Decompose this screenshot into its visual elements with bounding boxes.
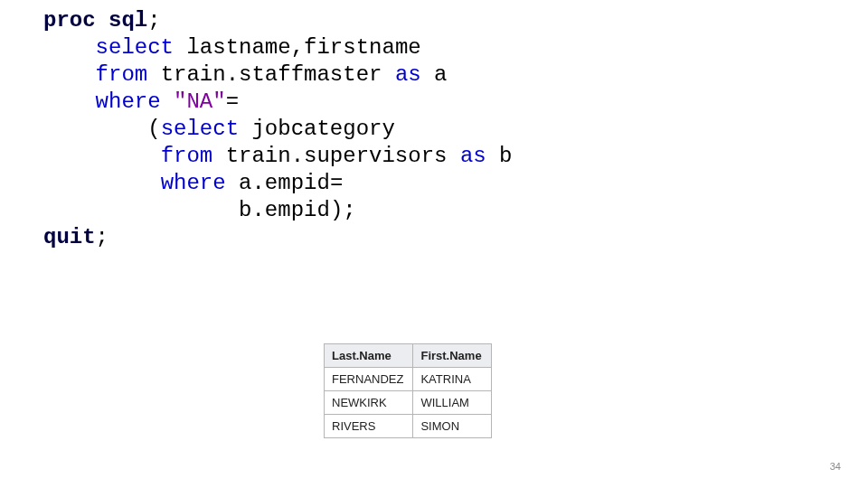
table-staffmaster: train.staffmaster (161, 62, 382, 87)
results-table: Last.Name First.Name FERNANDEZ KATRINA N… (324, 343, 492, 438)
kw-as: as (395, 62, 421, 87)
sas-code-block: proc sql; select lastname,firstname from… (43, 7, 513, 251)
kw-as-sub: as (460, 144, 486, 168)
alias-b: b (499, 144, 512, 168)
cell-lastname: RIVERS (325, 415, 413, 438)
kw-where-sub: where (161, 171, 226, 195)
cell-firstname: WILLIAM (413, 391, 491, 415)
kw-select-sub: select (161, 117, 239, 141)
equals: = (226, 89, 239, 114)
semicolon: ; (147, 8, 160, 33)
table-header-row: Last.Name First.Name (325, 344, 492, 368)
col-jobcategory: jobcategory (251, 117, 394, 141)
cell-firstname: KATRINA (413, 368, 491, 391)
lparen: ( (147, 117, 160, 141)
kw-select: select (96, 35, 174, 60)
kw-quit: quit (43, 225, 96, 249)
kw-where: where (96, 89, 161, 114)
col-header-lastname: Last.Name (325, 344, 413, 368)
kw-from-sub: from (161, 144, 213, 168)
equals-sub: = (330, 171, 343, 195)
cell-lastname: FERNANDEZ (325, 368, 413, 391)
semicolon-quit: ; (96, 225, 108, 249)
table-row: RIVERS SIMON (325, 415, 492, 438)
table-row: FERNANDEZ KATRINA (325, 368, 492, 391)
b-empid: b.empid (239, 198, 330, 222)
kw-proc: proc (43, 8, 96, 33)
table-row: NEWKIRK WILLIAM (325, 391, 492, 415)
col-header-firstname: First.Name (413, 344, 491, 368)
kw-sql: sql (108, 8, 147, 33)
alias-a: a (434, 62, 447, 87)
a-empid: a.empid (239, 171, 330, 195)
semicolon-sub: ; (343, 198, 355, 222)
kw-from: from (96, 62, 148, 87)
table-supervisors: train.supervisors (226, 144, 448, 168)
cell-lastname: NEWKIRK (325, 391, 413, 415)
page-number: 34 (830, 461, 841, 472)
rparen: ) (330, 198, 343, 222)
select-columns: lastname,firstname (186, 35, 420, 60)
cell-firstname: SIMON (413, 415, 491, 438)
string-literal-na: "NA" (174, 89, 226, 114)
